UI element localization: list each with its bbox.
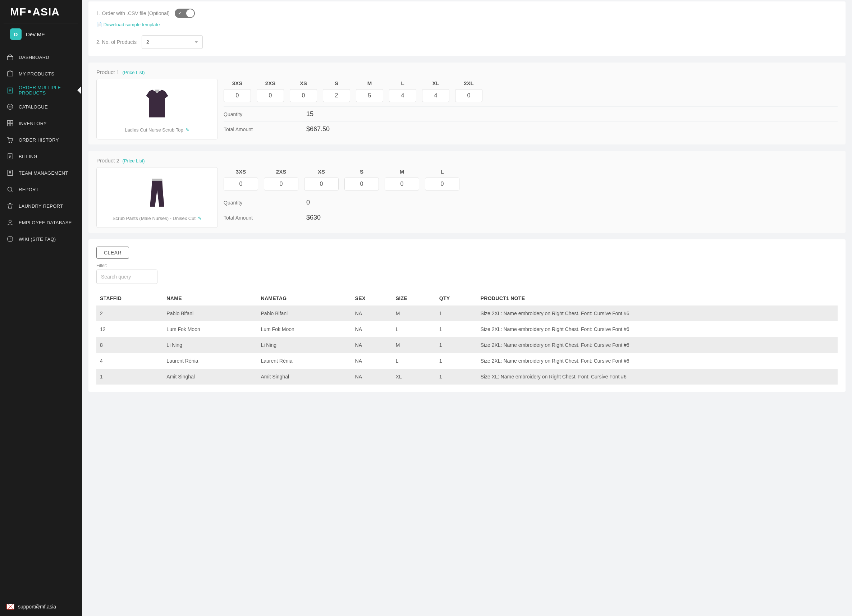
edit-icon[interactable]: ✎	[198, 216, 202, 221]
table-row[interactable]: 2Pablo BifaniPablo BifaniNAM1Size 2XL: N…	[96, 305, 838, 321]
size-input-XL[interactable]	[422, 89, 449, 102]
product2-section: Product 2 (Price List) Scrub Pants (Male…	[88, 151, 846, 233]
size-header: M	[385, 169, 419, 175]
sidebar-item-team[interactable]: TEAM MANAGEMENT	[0, 165, 80, 181]
total-label: Total Amount	[224, 127, 306, 132]
size-col-XS: XS	[290, 80, 317, 102]
sidebar-item-wiki[interactable]: WIKI (SITE FAQ)	[0, 231, 80, 247]
sidebar-item-label: LAUNDRY REPORT	[19, 204, 63, 209]
num-products-select[interactable]: 2	[142, 35, 203, 49]
table-cell: Size XL: Name embroidery on Right Chest.…	[477, 369, 838, 385]
scrub-top-icon	[137, 84, 177, 124]
billing-icon	[6, 153, 14, 160]
size-input-M[interactable]	[385, 178, 419, 190]
col-nametag[interactable]: NAMETAG	[257, 291, 351, 305]
svg-rect-5	[8, 121, 10, 123]
edit-icon[interactable]: ✎	[186, 127, 189, 133]
svg-rect-6	[11, 121, 13, 123]
sidebar-item-order-history[interactable]: ORDER HISTORY	[0, 131, 80, 148]
size-header: XS	[290, 80, 317, 86]
size-col-M: M	[385, 169, 419, 190]
sidebar-item-dashboard[interactable]: DASHBOARD	[0, 49, 80, 65]
product2-total: $630	[306, 214, 321, 221]
sidebar-item-report[interactable]: REPORT	[0, 181, 80, 198]
check-icon: ✓	[178, 11, 182, 16]
size-input-XS[interactable]	[304, 178, 338, 190]
sidebar-item-label: REPORT	[19, 187, 39, 192]
product1-card[interactable]: Ladies Cut Nurse Scrub Top ✎	[96, 79, 218, 139]
svg-point-10	[11, 142, 12, 143]
sidebar-item-billing[interactable]: BILLING	[0, 148, 80, 165]
sidebar-item-label: INVENTORY	[19, 121, 47, 126]
product2-price-list-link[interactable]: (Price List)	[122, 158, 145, 163]
size-input-3XS[interactable]	[224, 178, 258, 190]
quantity-label: Quantity	[224, 200, 306, 205]
total-label: Total Amount	[224, 215, 306, 220]
col-product1-note[interactable]: PRODUCT1 NOTE	[477, 291, 838, 305]
table-row[interactable]: 1Amit SinghalAmit SinghalNAXL1Size XL: N…	[96, 369, 838, 385]
order-history-icon	[6, 136, 14, 143]
product1-price-list-link[interactable]: (Price List)	[122, 70, 145, 75]
product1-name: Ladies Cut Nurse Scrub Top	[125, 127, 183, 133]
nav: DASHBOARDMY PRODUCTSORDER MULTIPLE PRODU…	[0, 49, 82, 412]
sidebar-item-order-multiple[interactable]: ORDER MULTIPLE PRODUCTS	[0, 82, 80, 98]
size-input-S[interactable]	[323, 89, 350, 102]
table-row[interactable]: 4Laurent RéniaLaurent RéniaNAL1Size 2XL:…	[96, 353, 838, 369]
step1-label: 1. Order with .CSV file (Optional)	[96, 11, 170, 16]
col-size[interactable]: SIZE	[392, 291, 436, 305]
download-template-link[interactable]: 📄 Download sample template	[96, 22, 160, 27]
sidebar-item-inventory[interactable]: INVENTORY	[0, 115, 80, 131]
sidebar-item-label: ORDER HISTORY	[19, 137, 59, 143]
order-multiple-icon	[6, 87, 14, 94]
col-qty[interactable]: QTY	[436, 291, 477, 305]
table-cell: Lum Fok Moon	[257, 321, 351, 337]
col-name[interactable]: NAME	[163, 291, 257, 305]
sidebar: MFASIA D Dev MF DASHBOARDMY PRODUCTSORDE…	[0, 0, 82, 412]
col-staffid[interactable]: STAFFID	[96, 291, 163, 305]
avatar: D	[10, 29, 21, 40]
table-cell: 4	[96, 353, 163, 369]
svg-point-3	[9, 106, 10, 107]
size-input-M[interactable]	[356, 89, 383, 102]
product2-card[interactable]: Scrub Pants (Male Nurses) - Unisex Cut ✎	[96, 167, 218, 228]
inventory-icon	[6, 120, 14, 127]
table-cell: 2	[96, 305, 163, 321]
size-input-L[interactable]	[389, 89, 416, 102]
svg-rect-8	[11, 124, 13, 126]
csv-toggle[interactable]: ✓	[175, 9, 195, 18]
size-input-S[interactable]	[344, 178, 379, 190]
table-cell: Size 2XL: Name embroidery on Right Chest…	[477, 321, 838, 337]
table-cell: M	[392, 337, 436, 353]
size-input-3XS[interactable]	[224, 89, 251, 102]
size-input-L[interactable]	[425, 178, 459, 190]
staff-table-card: CLEAR Filter: STAFFIDNAMENAMETAGSEXSIZEQ…	[88, 239, 846, 392]
table-cell: Size 2XL: Name embroidery on Right Chest…	[477, 337, 838, 353]
table-row[interactable]: 12Lum Fok MoonLum Fok MoonNAL1Size 2XL: …	[96, 321, 838, 337]
sidebar-item-employee[interactable]: EMPLOYEE DATABASE	[0, 214, 80, 231]
sidebar-item-my-products[interactable]: MY PRODUCTS	[0, 65, 80, 82]
chevron-down-icon	[195, 40, 198, 44]
table-cell: M	[392, 305, 436, 321]
col-sex[interactable]: SEX	[352, 291, 392, 305]
table-cell: Size 2XL: Name embroidery on Right Chest…	[477, 353, 838, 369]
table-cell: Li Ning	[163, 337, 257, 353]
size-header: S	[323, 80, 350, 86]
size-input-XS[interactable]	[290, 89, 317, 102]
table-cell: Amit Singhal	[257, 369, 351, 385]
size-input-2XS[interactable]	[257, 89, 284, 102]
size-input-2XL[interactable]	[455, 89, 482, 102]
sidebar-item-catalogue[interactable]: CATALOGUE	[0, 98, 80, 115]
table-cell: 8	[96, 337, 163, 353]
sidebar-item-label: CATALOGUE	[19, 104, 48, 110]
search-input[interactable]	[96, 270, 157, 284]
svg-point-2	[8, 104, 13, 110]
clear-button[interactable]: CLEAR	[96, 246, 129, 259]
table-row[interactable]: 8Li NingLi NingNAM1Size 2XL: Name embroi…	[96, 337, 838, 353]
user-block[interactable]: D Dev MF	[4, 29, 79, 45]
scrub-pants-icon	[137, 172, 177, 212]
size-header: XS	[304, 169, 338, 175]
wiki-icon	[6, 236, 14, 243]
size-input-2XS[interactable]	[264, 178, 298, 190]
sidebar-item-label: DASHBOARD	[19, 54, 49, 60]
sidebar-item-laundry[interactable]: LAUNDRY REPORT	[0, 198, 80, 214]
